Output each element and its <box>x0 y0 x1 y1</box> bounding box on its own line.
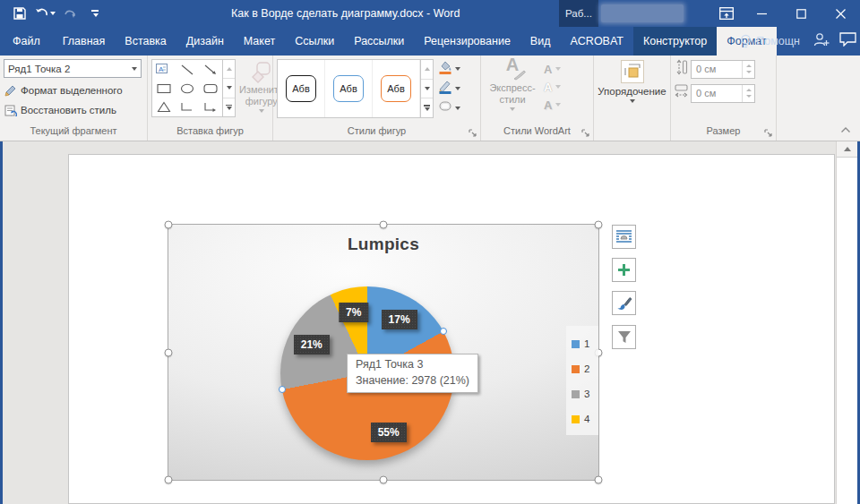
format-selection-button[interactable]: Формат выделенного <box>4 81 143 100</box>
styles-scroll-up-button[interactable] <box>421 60 433 80</box>
tab-home[interactable]: Главная <box>53 27 116 56</box>
height-spinner[interactable]: 0 см <box>691 60 755 79</box>
customize-bar <box>91 10 99 12</box>
wordart-dialog-launcher[interactable] <box>580 127 591 138</box>
shape-outline-button[interactable] <box>436 80 462 98</box>
format-selection-label: Формат выделенного <box>21 85 123 96</box>
resize-handle-n[interactable] <box>380 221 388 229</box>
shapes-more-button[interactable] <box>223 98 235 116</box>
tab-mailings[interactable]: Рассылки <box>344 27 414 56</box>
collapse-ribbon-button[interactable] <box>840 121 851 137</box>
pie-data-label[interactable]: 21% <box>294 335 330 355</box>
data-point-handle[interactable] <box>440 328 447 335</box>
tell-me-button[interactable]: Помощн <box>740 34 804 49</box>
tabrow-right-icons: Помощн <box>740 27 856 56</box>
tab-layout[interactable]: Макет <box>234 27 285 56</box>
ribbon-display-options-button[interactable] <box>711 0 742 27</box>
shape-line[interactable] <box>176 60 199 79</box>
pie-data-label[interactable]: 55% <box>371 423 407 442</box>
tab-file[interactable]: Файл <box>0 27 53 56</box>
shape-effects-button[interactable] <box>436 99 462 117</box>
shape-rounded-rectangle[interactable] <box>199 79 222 98</box>
comments-button[interactable] <box>839 32 856 50</box>
vertical-scrollbar[interactable] <box>836 141 857 504</box>
legend-item[interactable]: 2 <box>572 356 598 381</box>
shape-elbow-arrow-connector[interactable] <box>199 98 222 116</box>
resize-handle-w[interactable] <box>165 348 173 356</box>
chart-object[interactable]: Lumpics 17% 55% 21% 7% Ряд1 Точка 3 Знач… <box>168 224 599 481</box>
undo-dropdown-arrow[interactable] <box>50 12 56 15</box>
legend-item[interactable]: 1 <box>572 331 598 356</box>
styles-more-button[interactable] <box>421 98 433 117</box>
resize-handle-se[interactable] <box>595 476 603 484</box>
shape-style-2[interactable]: Абв <box>325 60 373 117</box>
shape-rectangle[interactable] <box>152 79 176 98</box>
maximize-button[interactable] <box>781 0 821 27</box>
tab-acrobat[interactable]: ACROBAT <box>560 27 633 56</box>
scrollbar-track[interactable] <box>837 158 857 504</box>
resize-handle-sw[interactable] <box>165 476 173 484</box>
group-label-arrange <box>594 124 670 141</box>
undo-button[interactable] <box>34 3 56 24</box>
resize-handle-ne[interactable] <box>595 221 603 229</box>
resize-handle-nw[interactable] <box>165 221 173 229</box>
legend-item[interactable]: 4 <box>572 406 598 431</box>
chart-title[interactable]: Lumpics <box>168 235 598 254</box>
size-dialog-launcher[interactable] <box>763 127 774 138</box>
chart-styles-button[interactable] <box>612 291 636 315</box>
svg-text:A: A <box>159 64 164 73</box>
legend-item[interactable]: 3 <box>572 381 598 406</box>
customize-quick-access-button[interactable] <box>84 3 106 24</box>
close-button[interactable] <box>821 0 860 27</box>
shape-arrow[interactable] <box>199 60 222 79</box>
shape-fill-button[interactable] <box>436 60 462 78</box>
shape-ellipse[interactable] <box>176 79 199 98</box>
save-button[interactable] <box>9 3 30 24</box>
tab-review[interactable]: Рецензирование <box>414 27 520 56</box>
scroll-up-button[interactable] <box>837 141 857 158</box>
shape-style-3-preview: Абв <box>381 75 411 102</box>
text-fill-button[interactable]: А <box>544 60 561 78</box>
tab-design[interactable]: Дизайн <box>176 27 234 56</box>
layout-options-button[interactable] <box>612 225 636 249</box>
chevron-down-icon <box>132 67 137 71</box>
pie-data-label[interactable]: 7% <box>339 303 368 322</box>
ribbon-tab-row: Файл Главная Вставка Дизайн Макет Ссылки… <box>0 27 860 56</box>
chart-element-selector[interactable]: Ряд1 Точка 2 <box>4 59 142 78</box>
shapes-scroll-up-button[interactable] <box>223 60 235 79</box>
shape-triangle[interactable] <box>152 98 176 116</box>
tab-references[interactable]: Ссылки <box>285 27 344 56</box>
text-effects-button[interactable]: А <box>544 96 561 114</box>
rounded-rectangle-icon <box>203 83 218 94</box>
chart-filters-button[interactable] <box>612 325 636 349</box>
group-size: 0 см 0 см Размер <box>671 56 777 141</box>
shape-style-3[interactable]: Абв <box>373 60 420 117</box>
height-spin-arrows[interactable] <box>742 61 754 78</box>
chart-legend[interactable]: 1 2 3 4 <box>566 326 598 435</box>
width-spin-arrows[interactable] <box>742 85 754 102</box>
minimize-icon <box>757 9 767 19</box>
tab-chart-design[interactable]: Конструктор <box>633 27 717 56</box>
shape-textbox[interactable]: A <box>152 60 176 79</box>
text-outline-button[interactable]: А <box>544 78 561 96</box>
resize-handle-s[interactable] <box>380 476 388 484</box>
chart-elements-button[interactable] <box>612 258 636 282</box>
minimize-button[interactable] <box>742 0 781 27</box>
reset-style-button[interactable]: Восстановить стиль <box>4 100 143 120</box>
data-point-handle[interactable] <box>279 386 286 393</box>
shape-styles-dialog-launcher[interactable] <box>468 127 478 138</box>
shape-style-1[interactable]: Абв <box>278 60 325 117</box>
width-spinner[interactable]: 0 см <box>691 84 755 103</box>
redo-button[interactable] <box>59 3 81 24</box>
quick-styles-button[interactable]: А Экспресс-стили <box>485 59 540 115</box>
shapes-scroll-down-button[interactable] <box>223 79 235 98</box>
shape-elbow-connector[interactable] <box>176 98 199 116</box>
pie-data-label[interactable]: 17% <box>382 310 417 329</box>
arrange-button[interactable]: Упорядочение <box>598 59 666 103</box>
tab-view[interactable]: Вид <box>520 27 561 56</box>
group-label-size: Размер <box>671 124 776 141</box>
styles-scroll-down-button[interactable] <box>421 80 433 99</box>
rectangle-icon <box>157 83 171 94</box>
tab-insert[interactable]: Вставка <box>115 27 176 56</box>
share-button[interactable] <box>813 32 830 50</box>
